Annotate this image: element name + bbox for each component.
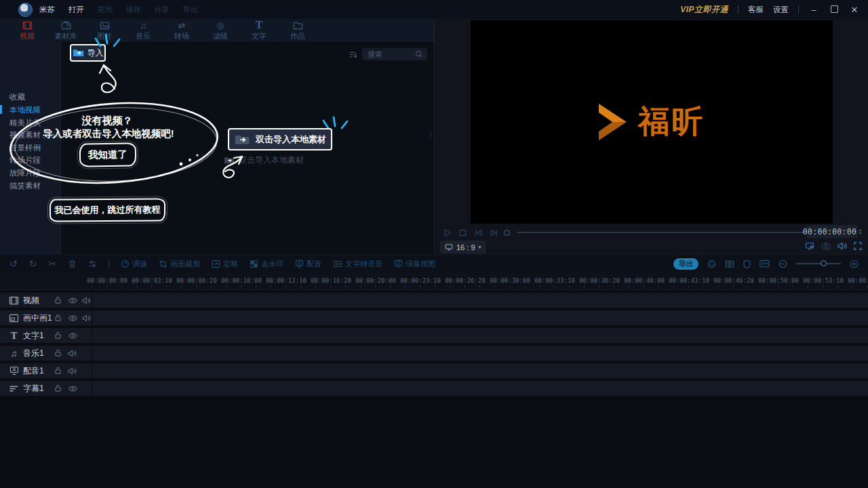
sidebar-item-background-samples[interactable]: 背景样例 xyxy=(9,143,41,153)
visibility-eye-icon[interactable] xyxy=(68,314,78,322)
next-frame-icon[interactable] xyxy=(490,228,498,237)
tab-filter[interactable]: ◎ 滤镜 xyxy=(204,20,237,41)
tool-text-to-speech[interactable]: 文字转语音 xyxy=(333,259,382,269)
previous-frame-icon[interactable] xyxy=(474,228,483,237)
volume-icon[interactable] xyxy=(837,242,847,250)
tutorial-text-line2: 导入或者双击导入本地视频吧! xyxy=(12,127,205,140)
track-text[interactable]: T 文字1 xyxy=(0,328,868,343)
snapshot-camera-icon[interactable] xyxy=(821,242,831,250)
timeline-zoom-slider[interactable] xyxy=(796,263,841,264)
search-icon[interactable] xyxy=(415,50,423,58)
search-input[interactable] xyxy=(366,49,412,59)
tutorial-text-line1: 没有视频？ xyxy=(19,115,195,127)
vip-upgrade-button[interactable]: VIP立即开通 xyxy=(680,4,728,16)
lock-icon[interactable] xyxy=(54,384,62,392)
tutorial-skip-button[interactable]: 我已会使用，跳过所有教程 xyxy=(50,198,165,222)
visibility-eye-icon[interactable] xyxy=(68,385,78,392)
track-pip[interactable]: 画中画1 xyxy=(0,310,868,325)
fit-timeline-icon[interactable] xyxy=(760,260,770,268)
export-button[interactable]: 导出 xyxy=(673,258,698,270)
picture-icon xyxy=(100,20,110,30)
tool-remove-watermark[interactable]: 去水印 xyxy=(250,259,283,269)
delete-trash-icon[interactable] xyxy=(68,260,77,268)
adjust-icon[interactable] xyxy=(88,260,97,268)
tab-picture[interactable]: 图片 xyxy=(88,20,121,41)
visibility-eye-icon[interactable] xyxy=(68,332,78,340)
import-button[interactable]: 导入 xyxy=(70,44,106,62)
timecode-box: 00:00:00:00 ▴▾ xyxy=(806,225,858,238)
tab-text[interactable]: T 文字 xyxy=(243,20,275,41)
empty-library-hint[interactable]: 双击导入本地素材 xyxy=(224,155,304,166)
foxit-logo-text: 福昕 xyxy=(638,101,705,143)
tool-green-screen[interactable]: 绿幕抠图 xyxy=(394,259,435,269)
stop-icon[interactable] xyxy=(458,228,467,237)
menu-export: 导出 xyxy=(182,5,198,15)
film-icon xyxy=(8,296,20,306)
settings-button[interactable]: 设置 xyxy=(773,5,789,15)
sidebar-item-transition-clips[interactable]: 转场片段 xyxy=(9,155,41,165)
foxit-logo-mark xyxy=(599,104,627,140)
seek-handle[interactable] xyxy=(504,230,510,236)
tool-freeze-frame[interactable]: 定格 xyxy=(212,259,238,269)
sidebar-item-favorites[interactable]: 收藏 xyxy=(9,92,25,102)
timecode-value[interactable]: 00:00:00:00 xyxy=(803,227,856,237)
seek-bar[interactable] xyxy=(517,232,812,233)
ruler-label: 00:00:00:00 xyxy=(87,277,127,284)
redo-icon[interactable]: ↻ xyxy=(29,259,37,268)
folder-import-icon xyxy=(234,134,250,145)
tutorial-ok-button[interactable]: 我知道了 xyxy=(79,142,137,167)
maximize-button[interactable] xyxy=(829,5,840,15)
aspect-ratio-dropdown[interactable]: 16 : 9 ▾ xyxy=(440,241,486,253)
tab-music[interactable]: ♫ 音乐 xyxy=(127,20,159,41)
ruler-label: 00:00:20:00 xyxy=(355,277,396,284)
sort-icon[interactable] xyxy=(349,50,357,59)
mute-speaker-icon[interactable] xyxy=(68,367,77,375)
menu-open[interactable]: 打开 xyxy=(68,5,84,15)
timeline-ruler[interactable]: 00:00:00:00 00:00:03:10 00:00:06:20 00:0… xyxy=(0,272,868,290)
lock-icon[interactable] xyxy=(54,313,62,322)
tool-dubbing[interactable]: 配音 xyxy=(295,259,321,269)
lock-icon[interactable] xyxy=(54,348,62,357)
video-viewport: 福昕 xyxy=(471,20,833,224)
mute-speaker-icon[interactable] xyxy=(68,350,77,357)
storyboard-icon[interactable] xyxy=(725,260,734,268)
play-icon[interactable] xyxy=(443,228,452,237)
tab-works[interactable]: 作品 xyxy=(281,20,314,41)
tab-video[interactable]: 视频 xyxy=(11,20,43,41)
import-folder-icon xyxy=(73,49,84,57)
sidebar-item-funny-material[interactable]: 搞笑素材 xyxy=(9,181,41,191)
lock-icon[interactable] xyxy=(54,331,62,340)
tab-material-library[interactable]: 素材库 xyxy=(50,20,82,41)
tab-transition[interactable]: ⇄ 转场 xyxy=(165,20,198,41)
cut-scissors-icon[interactable]: ✂ xyxy=(48,259,56,268)
user-avatar[interactable] xyxy=(18,3,33,17)
shield-icon[interactable] xyxy=(743,260,751,268)
track-subtitle[interactable]: 字幕1 xyxy=(0,381,868,396)
track-dubbing[interactable]: 配音1 xyxy=(0,363,868,378)
zoom-out-icon[interactable] xyxy=(778,260,787,268)
tool-crop[interactable]: 画面裁剪 xyxy=(159,259,200,269)
edit-toolbar: ↺ ↻ ✂ 调速 画面裁剪 定格 去水印 配音 xyxy=(0,254,868,272)
tool-speed[interactable]: 调速 xyxy=(121,259,147,269)
zoom-slider-handle[interactable] xyxy=(821,260,827,266)
support-button[interactable]: 客服 xyxy=(748,5,764,15)
undo-icon[interactable]: ↺ xyxy=(9,259,18,268)
track-music[interactable]: ♫ 音乐1 xyxy=(0,346,868,361)
minimize-button[interactable]: – xyxy=(808,5,819,15)
sidebar-item-local-video[interactable]: 本地视频 xyxy=(9,105,41,115)
timecode-stepper[interactable]: ▴▾ xyxy=(859,228,861,235)
visibility-eye-icon[interactable] xyxy=(68,297,78,304)
close-button[interactable]: ✕ xyxy=(849,5,860,15)
mute-speaker-icon[interactable] xyxy=(82,314,91,322)
track-video[interactable]: 视频 xyxy=(0,293,868,308)
film-reel-icon[interactable] xyxy=(707,260,716,268)
fullscreen-icon[interactable] xyxy=(854,242,862,250)
lock-icon[interactable] xyxy=(54,296,62,304)
lock-icon[interactable] xyxy=(54,366,62,375)
adapt-screen-icon[interactable] xyxy=(805,242,814,250)
double-click-import-button[interactable]: 双击导入本地素材 xyxy=(228,128,332,150)
mute-speaker-icon[interactable] xyxy=(82,297,91,304)
sidebar-item-glitch-clips[interactable]: 故障片段 xyxy=(9,168,41,178)
zoom-in-icon[interactable] xyxy=(850,260,859,268)
vertical-splitter-handle[interactable]: ⋮⋮ xyxy=(428,132,433,138)
